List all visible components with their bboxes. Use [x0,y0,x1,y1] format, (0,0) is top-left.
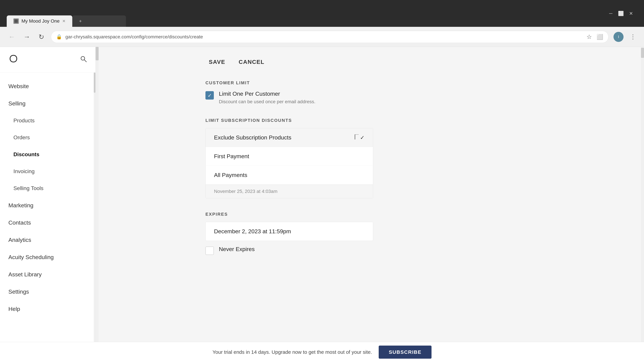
limit-one-checkbox[interactable]: ✓ [206,91,214,99]
dropdown-option-all-payments[interactable]: All Payments [206,166,373,185]
cancel-button[interactable]: CANCEL [235,57,268,67]
sidebar: Website Selling Products Orders Discount… [0,47,96,362]
main-content: SAVE CANCEL CUSTOMER LIMIT ✓ Limit One P… [98,47,641,362]
svg-line-2 [84,60,86,62]
address-domain: gar-chrysalis.squarespace.com/config/com… [66,34,203,39]
sidebar-item-selling-label: Selling [8,100,26,107]
content-inner: SAVE CANCEL CUSTOMER LIMIT ✓ Limit One P… [185,47,554,278]
limit-one-desc: Discount can be used once per email addr… [219,99,316,104]
browser-extensions-icon: ⬜ [596,34,603,40]
back-button[interactable]: ← [7,31,17,42]
dropdown-checkmark-icon: ✓ [355,134,364,141]
window-controls: ─ ⬜ ✕ [604,10,637,16]
sidebar-item-marketing-label: Marketing [8,202,33,209]
bookmark-icon[interactable]: ☆ [585,32,593,42]
browser-titlebar: My Mood Joy One ✕ + ─ ⬜ ✕ [0,0,644,27]
sidebar-item-analytics[interactable]: Analytics [0,231,96,249]
never-expires-checkbox[interactable] [206,247,214,255]
customer-limit-label: CUSTOMER LIMIT [206,80,534,85]
sidebar-item-discounts[interactable]: Discounts [0,146,96,163]
toolbar: SAVE CANCEL [206,57,534,67]
never-expires-title: Never Expires [219,246,255,252]
sidebar-item-asset-library-label: Asset Library [8,271,42,278]
search-button[interactable] [80,55,87,64]
dropdown-option-first-payment-label: First Payment [214,153,249,160]
sidebar-item-discounts-label: Discounts [14,151,40,158]
limit-one-per-customer-row: ✓ Limit One Per Customer Discount can be… [206,90,534,104]
tab-close-button[interactable]: ✕ [62,19,66,23]
sidebar-item-selling-tools[interactable]: Selling Tools [0,180,96,197]
sidebar-item-invoicing[interactable]: Invoicing [0,163,96,180]
dropdown-option-exclude[interactable]: Exclude Subscription Products ✓ [206,128,373,147]
expires-label: EXPIRES [206,212,534,217]
limit-one-title: Limit One Per Customer [219,90,316,97]
sidebar-item-invoicing-label: Invoicing [14,168,34,174]
dropdown-option-first-payment[interactable]: First Payment [206,147,373,166]
sidebar-item-selling[interactable]: Selling [0,95,96,112]
address-bar-row: ← → ↻ 🔒 gar-chrysalis.squarespace.com/co… [0,27,644,47]
subscription-discounts-label: LIMIT SUBSCRIPTION DISCOUNTS [206,118,534,123]
sidebar-item-help-label: Help [8,306,20,312]
sidebar-item-orders[interactable]: Orders [0,129,96,146]
close-window-button[interactable]: ✕ [628,10,634,16]
subscription-discounts-section: LIMIT SUBSCRIPTION DISCOUNTS Exclude Sub… [206,118,534,198]
tab-title: My Mood Joy One [22,18,60,24]
sidebar-item-website[interactable]: Website [0,78,96,95]
squarespace-logo[interactable] [8,54,18,66]
dropdown-option-all-payments-label: All Payments [214,172,247,178]
address-text: gar-chrysalis.squarespace.com/config/com… [66,34,582,39]
minimize-button[interactable]: ─ [608,10,614,16]
subscription-footer-date: November 25, 2023 at 4:03am [206,185,373,198]
refresh-button[interactable]: ↻ [37,31,46,42]
limit-one-text: Limit One Per Customer Discount can be u… [219,90,316,104]
sidebar-item-help[interactable]: Help [0,300,96,318]
tab-favicon [14,18,19,24]
save-button[interactable]: SAVE [206,57,228,67]
sidebar-item-website-label: Website [8,83,29,89]
sidebar-item-selling-tools-label: Selling Tools [14,185,44,191]
maximize-button[interactable]: ⬜ [618,10,624,16]
sidebar-item-products[interactable]: Products [0,112,96,129]
expires-date-input[interactable]: December 2, 2023 at 11:59pm [206,222,373,241]
content-left-scrollbar [96,47,98,362]
sidebar-item-settings-label: Settings [8,289,29,295]
profile-button[interactable]: I [614,32,624,42]
sidebar-item-contacts[interactable]: Contacts [0,214,96,231]
sidebar-item-analytics-label: Analytics [8,237,31,243]
address-bar[interactable]: 🔒 gar-chrysalis.squarespace.com/config/c… [51,31,608,43]
never-expires-row: Never Expires [206,246,534,255]
never-expires-text: Never Expires [219,246,255,252]
new-tab-button[interactable]: + [72,15,126,27]
tab-bar: My Mood Joy One ✕ + [7,0,601,27]
trial-bar: Your trial ends in 14 days. Upgrade now … [0,342,644,362]
subscribe-button[interactable]: SUBSCRIBE [379,346,432,359]
expires-section: EXPIRES December 2, 2023 at 11:59pm Neve… [206,212,534,255]
subscription-dropdown: Exclude Subscription Products ✓ First Pa… [206,128,373,198]
sidebar-item-acuity-scheduling[interactable]: Acuity Scheduling [0,249,96,266]
dropdown-option-exclude-label: Exclude Subscription Products [214,134,291,141]
profile-label: I [618,35,619,39]
right-scrollbar [641,47,644,362]
forward-button[interactable]: → [22,31,32,42]
lock-icon: 🔒 [56,34,62,39]
sidebar-item-marketing[interactable]: Marketing [0,197,96,214]
customer-limit-section: CUSTOMER LIMIT ✓ Limit One Per Customer … [206,80,534,104]
sidebar-item-products-label: Products [14,117,34,124]
sidebar-item-acuity-label: Acuity Scheduling [8,254,54,260]
browser-menu-icon[interactable]: ⋮ [628,32,637,42]
svg-rect-0 [14,19,18,23]
sidebar-item-asset-library[interactable]: Asset Library [0,266,96,283]
trial-message: Your trial ends in 14 days. Upgrade now … [212,349,372,355]
active-tab[interactable]: My Mood Joy One ✕ [7,15,72,27]
main-layout: Website Selling Products Orders Discount… [0,47,644,362]
new-tab-icon: + [79,18,82,24]
sidebar-nav: Website Selling Products Orders Discount… [0,72,96,350]
sidebar-item-contacts-label: Contacts [8,219,31,226]
sidebar-item-orders-label: Orders [14,134,30,141]
sidebar-header [0,47,96,72]
sidebar-item-settings[interactable]: Settings [0,283,96,300]
